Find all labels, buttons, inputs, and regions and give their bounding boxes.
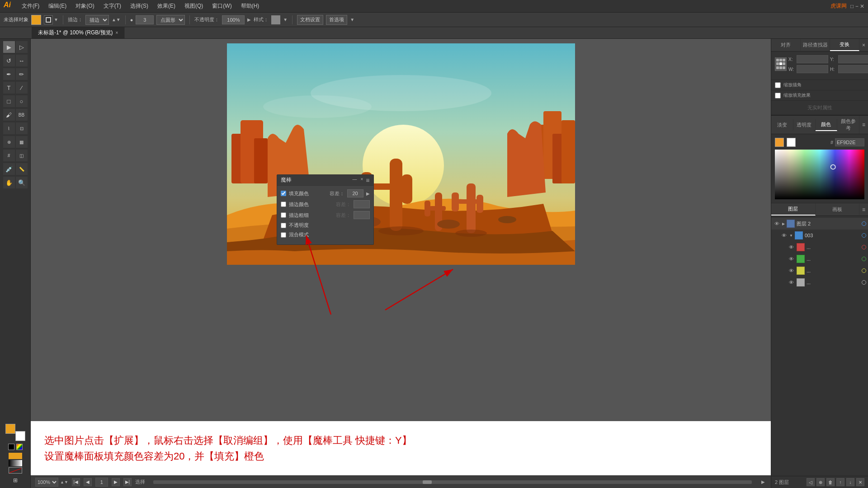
hex-input[interactable] bbox=[835, 138, 864, 146]
menu-object[interactable]: 对象(O) bbox=[72, 1, 98, 11]
selection-tool[interactable]: ▶ bbox=[3, 41, 15, 53]
pen-tool[interactable]: ✒ bbox=[3, 68, 15, 80]
opacity-arrow[interactable]: ▶ bbox=[247, 17, 251, 22]
reflect-tool[interactable]: ↔ bbox=[16, 55, 28, 66]
color-panel-menu[interactable]: ≡ bbox=[859, 120, 868, 130]
extra-tool[interactable]: ⊞ bbox=[13, 477, 18, 483]
stroke-option[interactable] bbox=[44, 15, 53, 24]
layers-panel-menu[interactable]: ≡ bbox=[859, 205, 868, 215]
menu-edit[interactable]: 编辑(E) bbox=[45, 1, 70, 11]
pencil-tool[interactable]: ✏ bbox=[16, 68, 28, 80]
free-transform-tool[interactable]: ⊡ bbox=[16, 122, 28, 134]
layer-003-expand-icon[interactable]: ▼ bbox=[789, 234, 793, 238]
scroll-thumb[interactable] bbox=[423, 480, 432, 484]
panel-minimize-btn[interactable]: — bbox=[351, 177, 358, 184]
panel-menu-btn[interactable]: ≡ bbox=[366, 177, 369, 184]
scroll-right-btn[interactable]: ▶ bbox=[760, 479, 766, 485]
w-input[interactable] bbox=[797, 65, 828, 73]
stroke-arrow[interactable]: ▼ bbox=[54, 17, 58, 22]
rotate-tool[interactable]: ↺ bbox=[3, 55, 15, 66]
bg-color-swatch[interactable] bbox=[15, 431, 25, 441]
prefs-btn[interactable]: 首选项 bbox=[326, 15, 347, 25]
tab-transparency[interactable]: 透明度 bbox=[793, 119, 816, 131]
fill-tolerance-arrow[interactable]: ▶ bbox=[366, 191, 370, 196]
menu-window[interactable]: 窗口(W) bbox=[208, 1, 235, 11]
direct-selection-tool[interactable]: ▷ bbox=[16, 41, 28, 53]
stroke-color-checkbox[interactable] bbox=[281, 202, 286, 207]
sub2-circle-icon[interactable] bbox=[862, 257, 866, 261]
blend-mode-checkbox[interactable] bbox=[281, 232, 286, 238]
tab-close-btn[interactable]: × bbox=[116, 30, 118, 35]
layer-add-btn[interactable]: ⊕ bbox=[816, 478, 825, 486]
panel-close-btn[interactable]: × bbox=[359, 177, 364, 184]
mode-select[interactable]: 描边 bbox=[85, 15, 109, 25]
stroke-tolerance-input[interactable] bbox=[354, 200, 370, 208]
rect-tool[interactable]: □ bbox=[3, 95, 15, 107]
menu-type[interactable]: 文字(T) bbox=[100, 1, 125, 11]
layer-page-back-btn[interactable]: ◁ bbox=[807, 478, 815, 486]
tab-color-guide[interactable]: 颜色参考 bbox=[837, 116, 859, 134]
tab-color[interactable]: 颜色 bbox=[816, 119, 838, 131]
gradient-box[interactable] bbox=[9, 460, 22, 466]
nav-next-btn[interactable]: ▶ bbox=[112, 478, 120, 486]
document-tab[interactable]: 未标题-1* @ 100% (RGB/预览) × bbox=[32, 27, 125, 38]
fill-tolerance-input[interactable] bbox=[347, 189, 363, 197]
fg-color-preview[interactable] bbox=[775, 138, 784, 147]
layer-row-sub1[interactable]: 👁 ... bbox=[771, 241, 868, 253]
sub1-circle-icon[interactable] bbox=[862, 245, 866, 249]
fg-color-swatch[interactable] bbox=[5, 424, 15, 434]
layer-move-down-btn[interactable]: ↓ bbox=[846, 478, 854, 486]
stroke-width-input[interactable] bbox=[354, 211, 370, 219]
style-swatch[interactable] bbox=[271, 15, 280, 24]
none-swatch[interactable] bbox=[16, 444, 23, 450]
menu-file[interactable]: 文件(F) bbox=[18, 1, 43, 11]
symbol-tool[interactable]: ⊕ bbox=[3, 136, 15, 148]
layer-row-sub4[interactable]: 👁 ... bbox=[771, 277, 868, 288]
layer-move-up-btn[interactable]: ↑ bbox=[836, 478, 844, 486]
stroke-width-checkbox[interactable] bbox=[281, 212, 286, 218]
tab-layers[interactable]: 图层 bbox=[771, 203, 816, 216]
y-input[interactable] bbox=[838, 55, 868, 63]
color-picker-area[interactable] bbox=[775, 150, 864, 199]
brush-tool[interactable]: 🖌 bbox=[3, 109, 15, 121]
tab-align[interactable]: 对齐 bbox=[771, 39, 801, 51]
layer2-eye-icon[interactable]: 👁 bbox=[773, 220, 780, 227]
h-input[interactable] bbox=[838, 65, 868, 73]
menu-help[interactable]: 帮助(H) bbox=[237, 1, 263, 11]
x-input[interactable] bbox=[797, 55, 828, 63]
ellipse-tool[interactable]: ○ bbox=[16, 95, 28, 107]
layer-delete-btn[interactable]: 🗑 bbox=[826, 478, 835, 486]
menu-effect[interactable]: 效果(E) bbox=[154, 1, 179, 11]
nav-last-btn[interactable]: ▶| bbox=[123, 478, 132, 486]
menu-select[interactable]: 选择(S) bbox=[127, 1, 152, 11]
sub3-circle-icon[interactable] bbox=[862, 268, 866, 273]
right-panel-close[interactable]: × bbox=[859, 40, 868, 51]
eyedropper-tool[interactable]: 💉 bbox=[3, 163, 15, 175]
sub4-eye-icon[interactable]: 👁 bbox=[788, 279, 795, 286]
mesh-tool[interactable]: # bbox=[3, 150, 15, 161]
page-input[interactable] bbox=[95, 478, 108, 487]
nav-first-btn[interactable]: |◀ bbox=[72, 478, 80, 486]
opacity-checkbox[interactable] bbox=[281, 223, 286, 228]
scale-effects-checkbox[interactable] bbox=[775, 93, 781, 99]
tab-pathfinder[interactable]: 路径查找器 bbox=[801, 39, 830, 51]
doc-settings-btn[interactable]: 文档设置 bbox=[297, 15, 323, 25]
scroll-bar[interactable] bbox=[153, 480, 752, 484]
hand-tool[interactable]: ✋ bbox=[3, 177, 15, 188]
menu-view[interactable]: 视图(Q) bbox=[181, 1, 207, 11]
sub1-eye-icon[interactable]: 👁 bbox=[788, 244, 795, 251]
layer2-expand-icon[interactable]: ▶ bbox=[782, 222, 785, 226]
fill-color-checkbox[interactable] bbox=[281, 191, 286, 196]
tab-transform[interactable]: 变换 bbox=[830, 39, 859, 51]
tab-artboards[interactable]: 画板 bbox=[816, 204, 860, 215]
blob-brush-tool[interactable]: BB bbox=[16, 109, 28, 121]
sub2-eye-icon[interactable]: 👁 bbox=[788, 255, 795, 263]
fill-color-swatch[interactable] bbox=[31, 15, 41, 25]
black-white-default-icon[interactable] bbox=[8, 444, 14, 450]
brush-size-input[interactable] bbox=[136, 15, 154, 24]
type-tool[interactable]: T bbox=[3, 82, 15, 94]
zoom-tool[interactable]: 🔍 bbox=[16, 177, 28, 188]
line-tool[interactable]: ∕ bbox=[16, 82, 28, 94]
opacity-input[interactable] bbox=[222, 15, 245, 24]
brush-shape-select[interactable]: 点圆形 bbox=[156, 15, 185, 25]
